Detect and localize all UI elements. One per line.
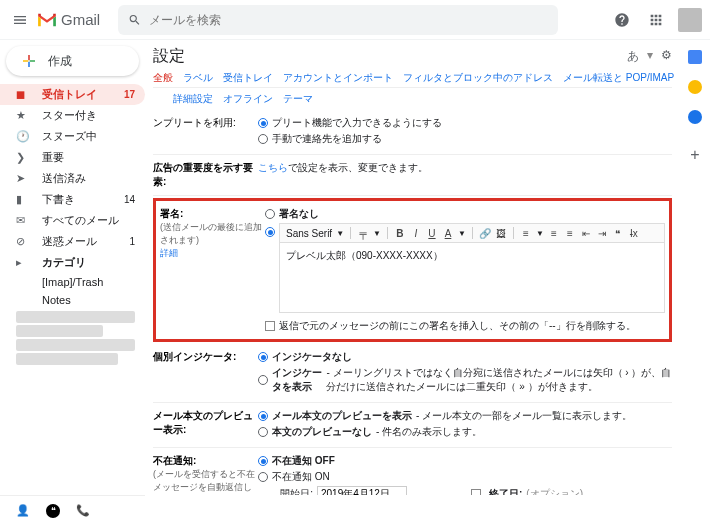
sidebar-item-important[interactable]: ❯重要	[0, 147, 145, 168]
font-size-btn[interactable]: ╤	[357, 228, 369, 239]
bold-btn[interactable]: B	[394, 228, 406, 239]
start-date-input[interactable]	[317, 486, 407, 495]
sent-icon: ➤	[16, 172, 30, 185]
important-icon: ❯	[16, 151, 30, 164]
radio-vacation-off[interactable]	[258, 456, 268, 466]
sidebar: 作成 ◼受信トレイ17 ★スター付き 🕐スヌーズ中 ❯重要 ➤送信済み ▮下書き…	[0, 40, 145, 495]
subtab-themes[interactable]: テーマ	[283, 92, 313, 106]
gmail-logo[interactable]: Gmail	[36, 11, 100, 28]
page-title: 設定	[153, 46, 185, 67]
lang-indicator[interactable]: あ	[627, 48, 639, 65]
blurred-item	[16, 325, 103, 337]
section-ad-importance: 広告の重要度を示す要素: こちらで設定を表示、変更できます。	[153, 155, 672, 196]
signature-label: 署名:	[160, 207, 265, 221]
sidebar-item-snoozed[interactable]: 🕐スヌーズ中	[0, 126, 145, 147]
mail-icon: ✉	[16, 214, 30, 227]
signature-highlight: 署名: (送信メールの最後に追加されます) 詳細 署名なし Sans Serif…	[153, 198, 672, 342]
sidebar-item-starred[interactable]: ★スター付き	[0, 105, 145, 126]
tab-filters[interactable]: フィルタとブロック中のアドレス	[403, 71, 553, 85]
tab-accounts[interactable]: アカウントとインポート	[283, 71, 393, 85]
tab-labels[interactable]: ラベル	[183, 71, 213, 85]
tasks-icon[interactable]	[688, 110, 702, 124]
help-icon[interactable]	[610, 8, 634, 32]
settings-tabs: 全般 ラベル 受信トレイ アカウントとインポート フィルタとブロック中のアドレス…	[153, 71, 672, 88]
search-input[interactable]	[149, 13, 548, 27]
compose-button[interactable]: 作成	[6, 46, 139, 76]
signature-sublabel: (送信メールの最後に追加されます)	[160, 221, 265, 247]
radio-autocomplete-auto[interactable]	[258, 118, 268, 128]
radio-autocomplete-manual[interactable]	[258, 134, 268, 144]
spam-icon: ⊘	[16, 235, 30, 248]
snippet-label: メール本文のプレビュー表示:	[153, 409, 258, 441]
gear-icon[interactable]: ⚙	[661, 48, 672, 65]
menu-icon[interactable]	[8, 8, 32, 32]
ad-importance-label: 広告の重要度を示す要素:	[153, 161, 258, 189]
indicator-label: 個別インジケータ:	[153, 350, 258, 396]
signature-detail-link[interactable]: 詳細	[160, 247, 265, 260]
blurred-item	[16, 353, 118, 365]
draft-icon: ▮	[16, 193, 30, 206]
radio-vacation-on[interactable]	[258, 472, 268, 482]
sidebar-item-drafts[interactable]: ▮下書き14	[0, 189, 145, 210]
radio-indicator-show[interactable]	[258, 375, 268, 385]
hangouts-icon[interactable]: ❝	[46, 504, 60, 518]
sidebar-item-inbox[interactable]: ◼受信トレイ17	[0, 84, 145, 105]
section-indicator: 個別インジケータ: インジケータなし インジケータを表示 - メーリングリストで…	[153, 344, 672, 403]
search-icon	[128, 13, 141, 27]
vacation-label: 不在通知:	[153, 454, 258, 468]
person-icon[interactable]: 👤	[16, 504, 30, 517]
font-select[interactable]: Sans Serif	[286, 228, 332, 239]
chevron-right-icon: ▸	[16, 256, 30, 269]
section-snippet: メール本文のプレビュー表示: メール本文のプレビューを表示 - メール本文の一部…	[153, 403, 672, 448]
sidebar-item-categories[interactable]: ▸カテゴリ	[0, 252, 145, 273]
image-btn[interactable]: 🖼	[495, 228, 507, 239]
numbered-list-btn[interactable]: ≡	[548, 228, 560, 239]
calendar-icon[interactable]	[688, 50, 702, 64]
ad-settings-link[interactable]: こちら	[258, 162, 288, 173]
radio-signature-none[interactable]	[265, 209, 275, 219]
tab-forwarding[interactable]: メール転送と POP/IMAP	[563, 71, 674, 85]
section-autocomplete: ンプリートを利用: プリート機能で入力できるようにする 手動で連絡先を追加する	[153, 110, 672, 155]
indent-less-btn[interactable]: ⇤	[580, 228, 592, 239]
side-panel: +	[680, 40, 710, 495]
gmail-text: Gmail	[61, 11, 100, 28]
sidebar-item-allmail[interactable]: ✉すべてのメール	[0, 210, 145, 231]
section-signature: 署名: (送信メールの最後に追加されます) 詳細 署名なし Sans Serif…	[160, 205, 665, 335]
radio-snippet-show[interactable]	[258, 411, 268, 421]
search-bar[interactable]	[118, 5, 558, 35]
radio-snippet-none[interactable]	[258, 427, 268, 437]
italic-btn[interactable]: I	[410, 228, 422, 239]
keep-icon[interactable]	[688, 80, 702, 94]
tab-inbox[interactable]: 受信トレイ	[223, 71, 273, 85]
underline-btn[interactable]: U	[426, 228, 438, 239]
signature-toolbar: Sans Serif▼ ╤▼ B I U A▼ 🔗 🖼	[279, 223, 665, 243]
sidebar-item-spam[interactable]: ⊘迷惑メール1	[0, 231, 145, 252]
quote-btn[interactable]: ❝	[612, 228, 624, 239]
vacation-sublabel: (メールを受信すると不在メッセージを自動返信します。複数のメールを送信した相手に…	[153, 468, 258, 495]
insert-before-checkbox[interactable]	[265, 321, 275, 331]
end-date-checkbox[interactable]	[471, 489, 481, 496]
radio-indicator-none[interactable]	[258, 352, 268, 362]
indent-more-btn[interactable]: ⇥	[596, 228, 608, 239]
tab-general[interactable]: 全般	[153, 71, 173, 85]
align-btn[interactable]: ≡	[520, 228, 532, 239]
sidebar-item-notes[interactable]: Notes	[0, 291, 145, 309]
signature-editor[interactable]: プレベル太郎（090-XXXX-XXXX）	[279, 243, 665, 313]
blurred-item	[16, 339, 135, 351]
main-content: 設定 あ ▾ ⚙ 全般 ラベル 受信トレイ アカウントとインポート フィルタとブ…	[145, 40, 680, 495]
subtab-advanced[interactable]: 詳細設定	[173, 92, 213, 106]
footer: 👤 ❝ 📞	[0, 495, 145, 525]
link-btn[interactable]: 🔗	[479, 228, 491, 239]
clear-format-btn[interactable]: Ix	[628, 228, 640, 239]
sidebar-item-trash[interactable]: [Imap]/Trash	[0, 273, 145, 291]
apps-icon[interactable]	[644, 8, 668, 32]
user-avatar[interactable]	[678, 8, 702, 32]
bullet-list-btn[interactable]: ≡	[564, 228, 576, 239]
radio-signature-custom[interactable]	[265, 227, 275, 237]
subtab-offline[interactable]: オフライン	[223, 92, 273, 106]
phone-icon[interactable]: 📞	[76, 504, 90, 517]
blurred-item	[16, 311, 135, 323]
sidebar-item-sent[interactable]: ➤送信済み	[0, 168, 145, 189]
add-icon[interactable]: +	[690, 146, 699, 164]
text-color-btn[interactable]: A	[442, 228, 454, 239]
